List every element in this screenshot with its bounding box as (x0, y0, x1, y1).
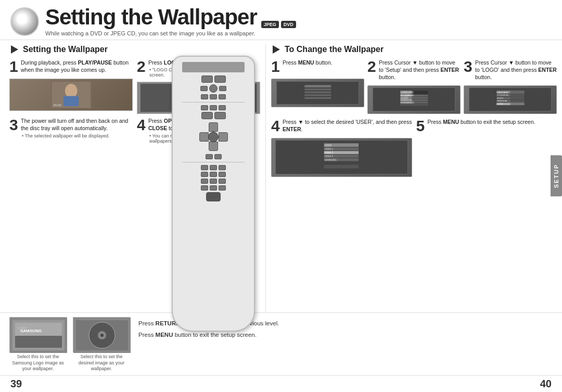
remote-row-2 (200, 84, 226, 93)
remote-dpad-up[interactable] (209, 122, 218, 132)
svg-text:PAUSE: PAUSE (53, 104, 62, 107)
right-step-3-num: 3 (464, 59, 475, 74)
screen-svg-2: LANGUAGE TV DISPLAY AUDIO PARENTAL PASSW… (377, 90, 451, 110)
right-step-1-text: Press MENU button. (283, 59, 364, 66)
right-step-3-inline: 3 Press Cursor ▼ button to move to 'LOGO… (464, 59, 557, 81)
remote-btn-sm-4 (210, 94, 217, 99)
right-step-5-text: Press MENU button to exit the setup scre… (428, 118, 557, 125)
page-num-left: 39 (10, 378, 22, 390)
svg-text:LANGUAGE: LANGUAGE (497, 91, 508, 93)
svg-rect-62 (15, 336, 62, 348)
remote-num-6 (219, 172, 226, 177)
right-step-2-num: 2 (367, 59, 379, 74)
svg-point-2 (65, 84, 78, 98)
svg-rect-10 (304, 88, 331, 90)
header-top-row: Setting the Wallpaper JPEG DVD (45, 6, 296, 28)
remote-num-11 (219, 185, 226, 191)
svg-rect-3 (63, 96, 79, 106)
step-1-number: 1 (9, 59, 21, 74)
page-container: Setting the Wallpaper JPEG DVD While wat… (0, 0, 562, 392)
svg-rect-58 (324, 165, 359, 169)
svg-rect-9 (304, 85, 331, 87)
right-step-2-text: Press Cursor ▼ button to move to 'Setup'… (379, 59, 461, 81)
remote-btn-sm-6 (206, 154, 213, 159)
svg-rect-11 (304, 92, 331, 93)
svg-text:USER 1: USER 1 (325, 148, 334, 150)
remote-num-2 (210, 165, 217, 170)
svg-text:TV DISPLAY: TV DISPLAY (497, 94, 508, 96)
remote-dpad-down[interactable] (209, 142, 218, 151)
setup-tab: SETUP (551, 156, 562, 197)
header-subtitle: While watching a DVD or JPEG CD, you can… (45, 30, 296, 36)
svg-rect-12 (304, 94, 331, 96)
remote-playback-row (201, 105, 226, 110)
right-step-3-content: Press Cursor ▼ button to move to 'LOGO' … (475, 59, 557, 81)
svg-text:LOGO: LOGO (497, 102, 503, 105)
dvd-badge: DVD (281, 21, 296, 28)
remote-num-10 (201, 185, 208, 191)
remote-btn-sm-3 (201, 94, 208, 99)
bottom-image-item-1: SAMSUNG LOGO Select this to set the Sams… (9, 317, 67, 372)
right-screen-4: LOGO USER 1 USER 2 USER 3 SAMSUNG (271, 138, 412, 177)
right-section-title: To Change the Wallpaper (285, 45, 384, 54)
right-step-1-inline: 1 Press MENU button. (271, 59, 364, 74)
step-1-svg: PAUSE (16, 81, 126, 109)
svg-text:LOGO: LOGO (325, 144, 332, 147)
svg-point-70 (100, 334, 104, 337)
svg-rect-42 (510, 91, 524, 94)
remote-num-1 (201, 165, 208, 170)
remote-dpad-center[interactable] (208, 132, 219, 142)
right-step-3-img: LANGUAGE TV DISPLAY AUDIO PARENTAL LOGO (464, 85, 557, 114)
right-step-4: 4 Press ▼ to select the desired 'USER', … (271, 118, 412, 177)
badge-container: JPEG DVD (261, 21, 296, 28)
arrow-left-icon (11, 45, 18, 54)
remote-screen (182, 62, 245, 72)
svg-rect-13 (304, 97, 331, 99)
right-step-4-text: Press ▼ to select the desired 'USER', an… (283, 118, 412, 133)
svg-text:PARENTAL: PARENTAL (497, 99, 508, 102)
main-content: Setting the Wallpaper 1 During playback,… (0, 40, 562, 312)
step-1-content: During playback, press PLAY/PAUSE button… (21, 59, 133, 73)
page-title: Setting the Wallpaper (45, 6, 257, 28)
step-3-note: The selected wallpaper will be displayed… (21, 133, 133, 138)
step-3-content: The power will turn off and then back on… (21, 117, 133, 138)
remote-num-row-2 (201, 172, 226, 177)
remote-num-row-1 (201, 165, 226, 170)
right-steps-bottom: 4 Press ▼ to select the desired 'USER', … (271, 118, 557, 177)
remote-dpad-left[interactable] (199, 132, 209, 142)
screen-inner-4: LOGO USER 1 USER 2 USER 3 SAMSUNG (275, 140, 408, 174)
remote-dpad-right[interactable] (219, 132, 228, 142)
right-step-2-content: Press Cursor ▼ button to move to 'Setup'… (379, 59, 461, 81)
right-step-4-content: Press ▼ to select the desired 'USER', an… (283, 118, 412, 133)
bottom-img-1: SAMSUNG LOGO (9, 317, 67, 352)
remote-sep-2 (182, 162, 245, 162)
step-4-number: 4 (137, 117, 148, 133)
right-step-5-content: Press MENU button to exit the setup scre… (428, 118, 557, 125)
screen-inner-1 (276, 81, 359, 105)
right-steps-top: 1 Press MENU button. (271, 59, 557, 114)
svg-text:SAMSUNG: SAMSUNG (325, 159, 337, 161)
remote-play (201, 105, 208, 110)
svg-text:LOGO: LOGO (18, 326, 27, 330)
screen-inner-3: LANGUAGE TV DISPLAY AUDIO PARENTAL LOGO (469, 87, 552, 111)
right-step-1-img (271, 79, 364, 107)
bottom-img-2 (73, 317, 130, 352)
remote-dpad (199, 122, 228, 151)
bottom-img-1-caption: Select this to set the Samsung Logo imag… (9, 354, 67, 372)
right-step-3-text: Press Cursor ▼ button to move to 'LOGO' … (475, 59, 557, 81)
svg-rect-43 (510, 94, 524, 96)
remote-row-4 (201, 112, 226, 119)
right-section-icon (271, 44, 282, 55)
page-num-right: 40 (540, 378, 552, 390)
right-step-3: 3 Press Cursor ▼ button to move to 'LOGO… (464, 59, 557, 114)
right-step-5-inline: 5 Press MENU button to exit the setup sc… (416, 118, 557, 134)
screen-inner-2: LANGUAGE TV DISPLAY AUDIO PARENTAL PASSW… (373, 87, 455, 111)
remote-btn-2 (214, 75, 226, 83)
header-text-block: Setting the Wallpaper JPEG DVD While wat… (45, 6, 296, 36)
remote-btn-wide-2 (214, 112, 226, 119)
remote-logo-btn[interactable] (206, 192, 221, 201)
bottom-image-item-2: Select this to set the desired image as … (73, 317, 130, 372)
right-panel: To Change the Wallpaper 1 Press MENU but… (266, 44, 562, 312)
step-1-text: During playback, press PLAY/PAUSE button… (21, 59, 133, 73)
bottom-svg-2 (73, 318, 131, 353)
